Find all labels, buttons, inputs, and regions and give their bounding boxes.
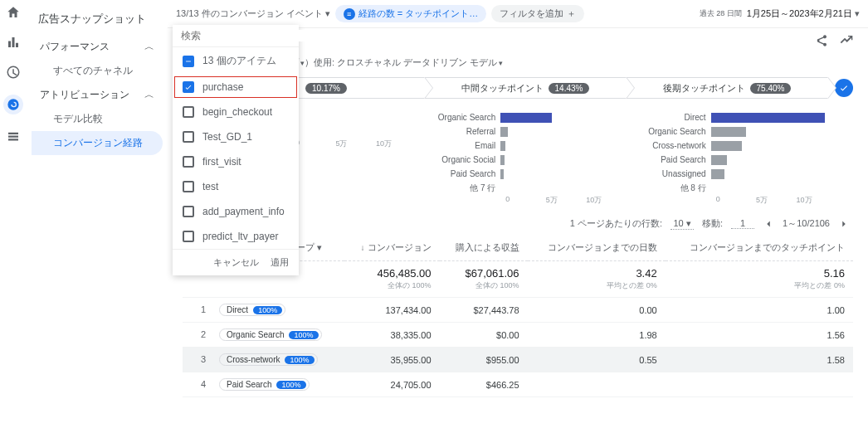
chart-bar — [711, 155, 728, 165]
chart-bar — [711, 127, 746, 137]
popup-select-all[interactable]: 13 個のアイテム — [173, 47, 299, 75]
stage-pct-badge: 75.40% — [750, 83, 792, 94]
chart-bar-row: Cross-network — [643, 139, 836, 153]
chart-bar — [500, 113, 552, 123]
popup-item[interactable]: add_payment_info — [173, 199, 299, 224]
table-row[interactable]: 4Paid Search 100%24,705.00$466.25 — [183, 372, 853, 397]
chart-axis: 05万10万 — [643, 195, 836, 206]
popup-item[interactable]: purchase — [173, 75, 299, 100]
goto-page-input[interactable]: 1 — [731, 218, 754, 229]
table-row[interactable]: 2Organic Search 100%38,335.00$0.001.981.… — [183, 323, 853, 348]
popup-item[interactable]: first_visit — [173, 149, 299, 174]
attribution-model-dropdown[interactable]: クロスチャネル データドリブン モデル — [337, 57, 503, 67]
cell-touchpoints — [666, 372, 853, 397]
touchpoint-stages: 10.17% 中間タッチポイント 14.43% 後期タッチポイント 75.40% — [222, 77, 828, 99]
sidenav-item-all-channels[interactable]: すべてのチャネル — [32, 59, 163, 83]
left-icon-rail — [0, 0, 27, 433]
cell-days: 0.00 — [528, 298, 666, 323]
chart-bar-label: Direct — [643, 113, 711, 122]
add-filter-pill[interactable]: フィルタを追加 ＋ — [491, 5, 584, 22]
sidenav-title: 広告スナップショット — [32, 8, 163, 35]
popup-cancel-button[interactable]: キャンセル — [213, 256, 259, 269]
insights-icon[interactable] — [840, 34, 853, 47]
chart-bar-label: Email — [432, 141, 500, 150]
col-conversions[interactable]: ↓コンバージョン — [344, 235, 440, 261]
date-prefix: 過去 28 日間 — [700, 8, 742, 19]
cell-conversions: 137,434.00 — [344, 298, 440, 323]
row-index: 2 — [191, 329, 206, 339]
chart-bar-row: Referral — [432, 124, 626, 139]
cell-revenue: $27,443.78 — [440, 298, 528, 323]
popup-item-label: first_visit — [202, 156, 241, 168]
chart-bar-row: Organic Social — [432, 153, 626, 167]
chart-more-rows: 他 7 行 — [432, 181, 626, 195]
chart-bar — [500, 141, 505, 151]
col-touchpoints[interactable]: コンバージョンまでのタッチポイント — [666, 235, 853, 261]
conversion-check-icon — [835, 79, 853, 97]
sidenav-item-model-compare[interactable]: モデル比較 — [32, 107, 163, 131]
cell-revenue: $0.00 — [440, 323, 528, 348]
sidenav: 広告スナップショット パフォーマンス ︿ すべてのチャネル アトリビューション … — [27, 0, 168, 433]
stage-pct-badge: 14.43% — [549, 83, 590, 94]
cell-touchpoints: 1.58 — [666, 348, 853, 372]
advertising-icon[interactable] — [3, 95, 23, 114]
checkbox-icon — [183, 131, 194, 143]
filter-count-badge: ≡ — [344, 8, 355, 20]
goto-label: 移動: — [702, 217, 723, 230]
sidenav-group-attribution[interactable]: アトリビューション ︿ — [32, 83, 163, 107]
checkbox-indeterminate-icon — [183, 56, 194, 67]
cell-days: 1.98 — [528, 323, 666, 348]
chevron-down-icon: ▾ — [325, 8, 330, 18]
stage-mid[interactable]: 中間タッチポイント 14.43% — [424, 77, 626, 99]
chart-bar-row: Organic Search — [432, 110, 626, 124]
table-row[interactable]: 3Cross-network 100%35,955.00$955.000.551… — [183, 348, 853, 372]
reports-icon[interactable] — [6, 35, 21, 50]
conversion-events-dropdown[interactable]: 13/13 件のコンバージョン イベント ▾ — [176, 7, 330, 20]
chart-bar — [500, 127, 507, 137]
popup-item[interactable]: predict_ltv_payer — [173, 224, 299, 249]
col-revenue[interactable]: 購入による収益 — [440, 235, 528, 261]
rows-per-page-label: 1 ページあたりの行数: — [570, 217, 662, 230]
chart-bar — [500, 155, 504, 165]
channel-chip: Cross-network 100% — [219, 353, 318, 366]
share-icon[interactable] — [815, 34, 828, 47]
stage-late[interactable]: 後期タッチポイント 75.40% — [626, 77, 828, 99]
sidenav-item-conversion-paths[interactable]: コンバージョン経路 — [32, 131, 163, 155]
table-row[interactable]: 1Direct 100%137,434.00$27,443.780.001.00 — [183, 298, 853, 323]
date-range-label: 1月25日～2023年2月21日 — [747, 8, 852, 18]
popup-item[interactable]: Test_GD_1 — [173, 124, 299, 149]
next-page-icon[interactable] — [838, 218, 850, 230]
home-icon[interactable] — [6, 5, 21, 20]
cell-days — [528, 372, 666, 397]
channel-chip: Organic Search 100% — [219, 328, 322, 341]
chart-bar-label: Paid Search — [432, 169, 500, 178]
date-range-picker[interactable]: 1月25日～2023年2月21日 ▾ — [747, 7, 860, 20]
popup-item[interactable]: begin_checkout — [173, 100, 299, 124]
chart-bar-row: Organic Search — [643, 124, 836, 139]
cell-touchpoints: 1.00 — [666, 298, 853, 323]
chevron-up-icon: ︿ — [144, 40, 154, 54]
popup-item-label: add_payment_info — [202, 206, 285, 217]
total-revenue: $67,061.06 — [448, 267, 519, 280]
popup-item[interactable]: test — [173, 174, 299, 199]
library-icon[interactable] — [6, 129, 21, 144]
plus-icon: ＋ — [567, 7, 576, 20]
explore-icon[interactable] — [6, 65, 21, 80]
popup-item-label: Test_GD_1 — [202, 131, 252, 143]
stage-pct-badge: 10.17% — [305, 83, 347, 94]
popup-apply-button[interactable]: 適用 — [271, 256, 289, 269]
chart-bar-row: Paid Search — [432, 167, 626, 181]
prev-page-icon[interactable] — [763, 218, 774, 230]
sidenav-group-performance[interactable]: パフォーマンス ︿ — [32, 35, 163, 59]
add-filter-label: フィルタを追加 — [500, 7, 563, 20]
conversion-events-popup: 13 個のアイテム purchasebegin_checkoutTest_GD_… — [173, 25, 299, 275]
channel-pct-badge: 100% — [289, 331, 318, 339]
path-filter-pill[interactable]: ≡ 経路の数 = タッチポイント… — [335, 5, 487, 22]
chevron-up-icon: ︿ — [144, 88, 154, 102]
rows-per-page-select[interactable]: 10 ▾ — [671, 218, 694, 230]
sort-down-icon: ↓ — [361, 243, 365, 252]
conversion-events-label: 13/13 件のコンバージョン イベント — [176, 8, 323, 18]
popup-search-input[interactable] — [181, 30, 305, 41]
checkbox-icon — [183, 181, 194, 192]
col-days[interactable]: コンバージョンまでの日数 — [528, 235, 666, 261]
